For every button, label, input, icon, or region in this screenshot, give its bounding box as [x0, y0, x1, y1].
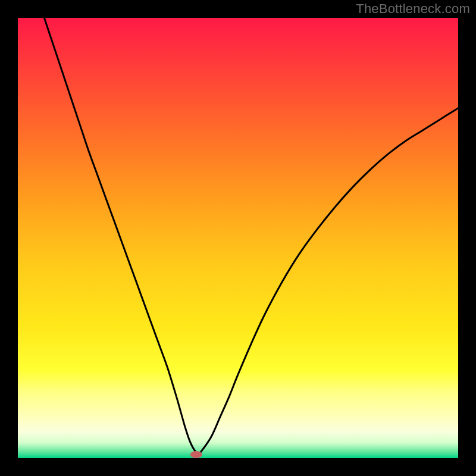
- plot-background: [18, 18, 458, 458]
- chart-frame: TheBottleneck.com: [0, 0, 476, 476]
- bottleneck-chart: [0, 0, 476, 476]
- watermark-text: TheBottleneck.com: [356, 1, 470, 17]
- minimum-marker: [190, 451, 202, 458]
